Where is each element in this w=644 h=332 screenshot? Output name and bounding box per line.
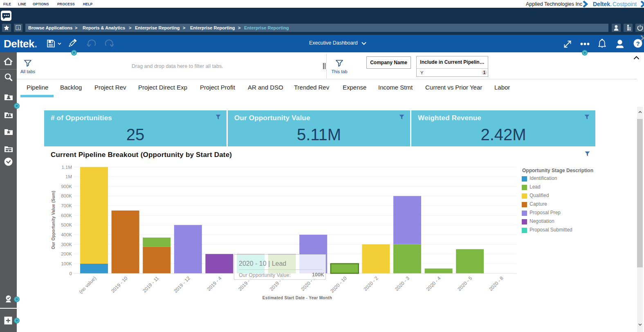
svg-text:2020 - 3: 2020 - 3 — [394, 275, 411, 292]
svg-text:2019 - 4: 2019 - 4 — [206, 275, 222, 292]
svg-text:0: 0 — [70, 271, 72, 276]
svg-text:100K: 100K — [61, 261, 72, 266]
svg-text:700K: 700K — [61, 203, 72, 208]
svg-text:300K: 300K — [61, 242, 72, 247]
svg-text:400K: 400K — [61, 232, 72, 237]
svg-text:1.1M: 1.1M — [61, 165, 72, 170]
svg-text:200K: 200K — [61, 251, 72, 256]
svg-text:Estimated Start Date - Year Mo: Estimated Start Date - Year Month — [263, 296, 332, 300]
svg-text:2020 - 2: 2020 - 2 — [362, 275, 379, 292]
svg-text:2019 - 12: 2019 - 12 — [173, 275, 191, 294]
svg-text:2020 - 4: 2020 - 4 — [425, 275, 442, 292]
svg-text:2019 - 10: 2019 - 10 — [110, 275, 129, 294]
svg-text:2020 - 8: 2020 - 8 — [488, 275, 505, 292]
svg-text:2019 - 11: 2019 - 11 — [141, 275, 160, 294]
svg-text:2020 - 5: 2020 - 5 — [456, 275, 473, 292]
svg-text:(no value): (no value) — [78, 275, 97, 295]
svg-text:800K: 800K — [61, 193, 72, 198]
svg-text:1M: 1M — [65, 174, 72, 179]
svg-text:2020 - 10: 2020 - 10 — [329, 275, 348, 294]
svg-text:Our Opportunity Value (Sum): Our Opportunity Value (Sum) — [51, 191, 56, 249]
svg-text:500K: 500K — [61, 222, 72, 227]
svg-text:900K: 900K — [61, 184, 72, 189]
svg-text:600K: 600K — [61, 213, 72, 218]
